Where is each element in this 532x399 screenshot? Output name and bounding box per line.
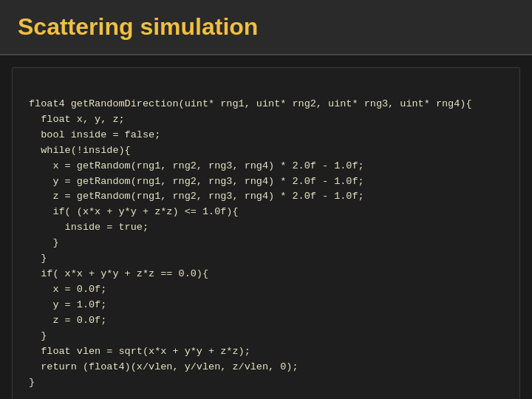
code-line-14: y = 1.0f; [29,299,106,310]
code-line-13: x = 0.0f; [29,284,106,295]
code-line-17: float vlen = sqrt(x*x + y*y + z*z); [29,346,250,357]
code-line-3: bool inside = false; [29,129,160,140]
code-line-12: if( x*x + y*y + z*z == 0.0){ [29,268,208,279]
code-line-7: z = getRandom(rng1, rng2, rng3, rng4) * … [29,191,364,202]
code-line-4: while(!inside){ [29,145,131,156]
code-line-9: inside = true; [29,222,149,233]
code-line-19: } [29,377,35,388]
code-line-18: return (float4)(x/vlen, y/vlen, z/vlen, … [29,361,299,372]
code-line-10: } [29,237,59,248]
code-line-8: if( (x*x + y*y + z*z) <= 1.0f){ [29,206,239,217]
page-title: Scattering simulation [18,13,514,41]
code-line-5: x = getRandom(rng1, rng2, rng3, rng4) * … [29,160,364,171]
code-line-11: } [29,253,47,264]
code-line-6: y = getRandom(rng1, rng2, rng3, rng4) * … [29,176,364,187]
code-line-1: float4 getRandomDirection(uint* rng1, ui… [29,98,472,109]
code-line-16: } [29,330,47,341]
code-line-2: float x, y, z; [29,114,125,125]
title-bar: Scattering simulation [0,0,532,55]
code-block: float4 getRandomDirection(uint* rng1, ui… [12,67,520,399]
code-line-15: z = 0.0f; [29,315,106,326]
